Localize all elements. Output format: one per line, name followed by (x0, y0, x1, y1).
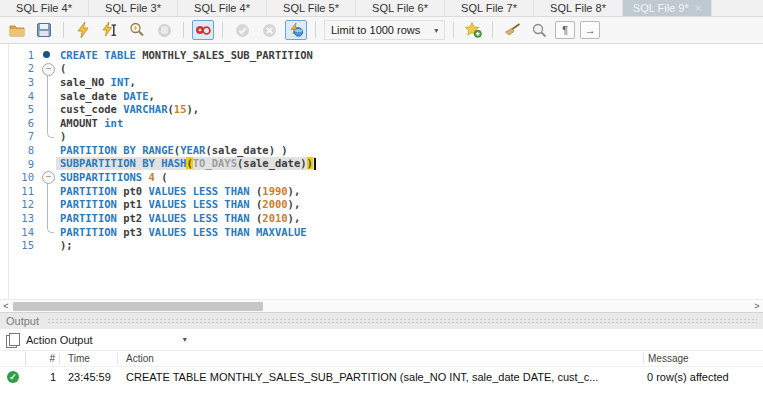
gutter-spacer (40, 143, 56, 157)
tab-sql-file-7[interactable]: SQL File 9*× (623, 0, 712, 16)
save-snippet-button[interactable] (462, 20, 484, 40)
line-number: 14 (0, 226, 40, 238)
toolbar-separator (222, 22, 223, 38)
explain-button[interactable] (126, 20, 148, 40)
tab-bar: SQL File 4*SQL File 3*SQL File 4*SQL Fil… (0, 0, 763, 17)
code-line-9[interactable]: 9SUBPARTITION BY HASH(TO_DAYS(sale_date)… (0, 157, 763, 171)
rollback-button[interactable] (258, 20, 280, 40)
tab-label: SQL File 7* (461, 2, 517, 14)
scroll-right-arrow[interactable]: > (751, 300, 763, 313)
grid-rows: ✓123:45:59CREATE TABLE MONTHLY_SALES_SUB… (0, 367, 763, 386)
code-line-3[interactable]: 3sale_NO INT, (0, 75, 763, 89)
horizontal-scrollbar[interactable]: < > (0, 299, 763, 312)
statement-marker-icon (40, 48, 56, 62)
tab-label: SQL File 9* (633, 2, 689, 14)
toolbar-separator (183, 22, 184, 38)
output-view-selector[interactable]: Action Output ▾ (26, 334, 187, 346)
tab-sql-file-3[interactable]: SQL File 5* (267, 0, 356, 16)
tab-sql-file-5[interactable]: SQL File 7* (445, 0, 534, 16)
scroll-left-arrow[interactable]: < (0, 300, 12, 313)
code-line-5[interactable]: 5cust_code VARCHAR(15), (0, 102, 763, 116)
stop-button[interactable] (153, 20, 175, 40)
tab-sql-file-2[interactable]: SQL File 4* (178, 0, 267, 16)
time-column-header: Time (60, 353, 118, 364)
output-view-label: Action Output (26, 334, 93, 346)
code-text: SUBPARTITIONS 4 ( (56, 171, 168, 183)
output-toolbar: Action Output ▾ (0, 329, 763, 351)
search-icon (532, 23, 547, 38)
code-text: cust_code VARCHAR(15), (56, 103, 199, 115)
tab-sql-file-6[interactable]: SQL File 8* (534, 0, 623, 16)
code-text: CREATE TABLE MONTHLY_SALES_SUB_PARTITION (56, 49, 313, 61)
close-icon[interactable]: × (695, 3, 701, 14)
code-line-13[interactable]: 13PARTITION pt2 VALUES LESS THAN (2010), (0, 211, 763, 225)
line-number: 12 (0, 198, 40, 210)
toolbar-separator (315, 22, 316, 38)
execute-button[interactable] (72, 20, 94, 40)
find-button[interactable] (528, 20, 550, 40)
status-column-header (0, 351, 26, 366)
execute-current-statement-button[interactable] (99, 20, 121, 40)
fold-marker-icon (40, 184, 56, 198)
rollback-x-icon (262, 23, 277, 38)
line-number: 8 (0, 144, 40, 156)
code-line-6[interactable]: 6AMOUNT int (0, 116, 763, 130)
action-output-row[interactable]: ✓123:45:59CREATE TABLE MONTHLY_SALES_SUB… (0, 367, 763, 386)
fold-marker-icon (40, 130, 56, 144)
tab-label: SQL File 4* (194, 2, 250, 14)
gutter-spacer (40, 157, 56, 171)
scrollbar-track[interactable] (12, 301, 751, 312)
toggle-wrap-button[interactable]: → (580, 21, 600, 39)
save-button[interactable] (33, 20, 55, 40)
code-line-7[interactable]: 7) (0, 130, 763, 144)
commit-button[interactable] (231, 20, 253, 40)
star-plus-icon (465, 22, 482, 38)
wrap-arrow-icon: → (585, 24, 596, 36)
lightning-icon (76, 22, 90, 38)
code-line-1[interactable]: 1CREATE TABLE MONTHLY_SALES_SUB_PARTITIO… (0, 48, 763, 62)
stop-on-error-icon (195, 23, 211, 37)
gutter-spacer (40, 238, 56, 252)
toggle-stop-on-error-button[interactable] (192, 20, 214, 40)
code-text: PARTITION pt3 VALUES LESS THAN MAXVALUE (56, 226, 307, 238)
limit-rows-dropdown[interactable]: Limit to 1000 rows ▾ (324, 20, 445, 40)
open-file-button[interactable] (6, 20, 28, 40)
toolbar-separator (492, 22, 493, 38)
fold-marker-icon (40, 198, 56, 212)
code-line-15[interactable]: 15); (0, 238, 763, 252)
toolbar-separator (63, 22, 64, 38)
row-message: 0 row(s) affected (643, 371, 763, 383)
line-number: 2 (0, 62, 40, 74)
chevron-down-icon: ▾ (434, 26, 438, 35)
code-line-11[interactable]: 11PARTITION pt0 VALUES LESS THAN (1990), (0, 184, 763, 198)
code-line-10[interactable]: 10SUBPARTITIONS 4 ( (0, 170, 763, 184)
tab-sql-file-4[interactable]: SQL File 6* (356, 0, 445, 16)
fold-marker-icon[interactable] (40, 170, 56, 184)
code-line-4[interactable]: 4sale_date DATE, (0, 89, 763, 103)
code-line-12[interactable]: 12PARTITION pt1 VALUES LESS THAN (2000), (0, 198, 763, 212)
code-line-2[interactable]: 2( (0, 62, 763, 76)
scrollbar-thumb[interactable] (13, 302, 263, 311)
chevron-down-icon: ▾ (183, 335, 187, 344)
line-number: 5 (0, 103, 40, 115)
line-number: 7 (0, 130, 40, 142)
sql-code-editor[interactable]: 1CREATE TABLE MONTHLY_SALES_SUB_PARTITIO… (0, 44, 763, 299)
success-check-icon: ✓ (7, 371, 19, 383)
limit-rows-label: Limit to 1000 rows (331, 24, 420, 36)
tab-sql-file-1[interactable]: SQL File 3* (89, 0, 178, 16)
toggle-autocommit-button[interactable] (285, 20, 307, 40)
show-invisibles-button[interactable]: ¶ (555, 21, 575, 39)
code-line-8[interactable]: 8PARTITION BY RANGE(YEAR(sale_date) ) (0, 143, 763, 157)
fold-marker-icon[interactable] (40, 62, 56, 76)
code-text: PARTITION BY RANGE(YEAR(sale_date) ) (56, 144, 288, 156)
stacked-output-icon (6, 333, 18, 346)
line-number: 4 (0, 90, 40, 102)
output-panel-header[interactable]: Output (0, 312, 763, 329)
fold-marker-icon (40, 75, 56, 89)
row-action: CREATE TABLE MONTHLY_SALES_SUB_PARTITION… (118, 371, 643, 383)
index-column-header: # (26, 353, 60, 364)
code-text: ) (56, 130, 66, 142)
code-line-14[interactable]: 14PARTITION pt3 VALUES LESS THAN MAXVALU… (0, 225, 763, 239)
beautify-button[interactable] (501, 20, 523, 40)
tab-sql-file-0[interactable]: SQL File 4* (0, 0, 89, 16)
